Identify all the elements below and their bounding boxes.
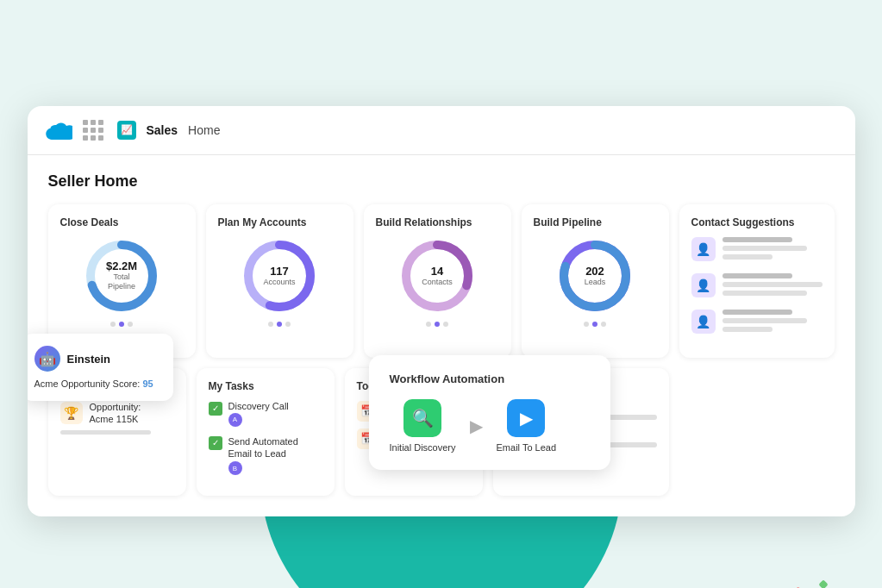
page-title: Seller Home <box>48 172 835 191</box>
dot-2 <box>119 322 124 327</box>
suggestion-line-extra <box>722 291 808 296</box>
close-deals-title: Close Deals <box>60 216 184 228</box>
suggestion-lines <box>722 273 823 299</box>
close-deals-donut: $2.2M TotalPipeline <box>60 237 184 315</box>
initial-discovery-label: Initial Discovery <box>390 442 456 453</box>
workflow-popup: Workflow Automation 🔍 Initial Discovery … <box>369 355 610 470</box>
einstein-score-value: 95 <box>142 378 153 389</box>
plan-accounts-donut: 117 Accounts <box>218 237 341 315</box>
build-pipeline-title: Build Pipeline <box>534 216 657 228</box>
app-launcher-dots[interactable] <box>83 120 103 141</box>
my-tasks-title: My Tasks <box>209 380 322 392</box>
my-tasks-card: My Tasks ✓ Discovery Call A ✓ Send Autom… <box>197 368 335 497</box>
bottom-card-row: Recent Records 🏆 Opportunity:Acme 115K M… <box>48 368 835 497</box>
einstein-header: 🤖 Einstein <box>34 346 161 372</box>
bottom-right-spacer <box>679 368 835 497</box>
dot-2 <box>277 322 282 327</box>
dot-1 <box>584 322 589 327</box>
plan-accounts-label: Accounts <box>263 278 295 287</box>
close-deals-value: $2.2M <box>106 260 137 273</box>
suggestion-line-name <box>722 237 792 242</box>
task-label: Send AutomatedEmail to Lead <box>228 435 298 460</box>
build-relationships-card: Build Relationships 14 Contacts <box>364 204 511 358</box>
workflow-step-email: ▶ Email To Lead <box>497 399 557 453</box>
build-pipeline-value: 202 <box>585 265 606 278</box>
build-relationships-label: Contacts <box>422 278 453 287</box>
task-label: Discovery Call <box>228 401 289 411</box>
einstein-score-prefix: Acme Opportunity Score: <box>34 378 143 389</box>
einstein-score: Acme Opportunity Score: 95 <box>34 378 161 389</box>
dot-1 <box>110 322 116 327</box>
dot-2 <box>435 322 440 327</box>
contact-icon: 👤 <box>691 273 716 297</box>
workflow-title: Workflow Automation <box>390 372 590 385</box>
build-pipeline-label: Leads <box>585 278 606 287</box>
contact-icon: 👤 <box>691 310 716 334</box>
build-pipeline-dots <box>534 322 657 327</box>
build-relationships-dots <box>376 322 499 327</box>
einstein-name: Einstein <box>67 353 111 366</box>
close-deals-label: TotalPipeline <box>106 273 137 292</box>
build-pipeline-donut: 202 Leads <box>534 237 657 315</box>
suggestion-line-detail <box>722 282 823 287</box>
main-content: Seller Home Close Deals $2.2M <box>28 155 855 517</box>
plan-accounts-card: Plan My Accounts 117 Accounts <box>206 204 353 358</box>
task-avatar: B <box>228 461 242 475</box>
plan-accounts-title: Plan My Accounts <box>218 216 341 228</box>
suggestion-line-name <box>722 273 792 278</box>
einstein-avatar: 🤖 <box>34 346 60 372</box>
suggestion-line-detail <box>722 318 808 323</box>
dot-2 <box>592 322 597 327</box>
nav-home[interactable]: Home <box>188 123 220 137</box>
email-to-lead-label: Email To Lead <box>497 442 557 453</box>
page-wrapper: 📈 Sales Home Seller Home Close Deals <box>17 17 865 588</box>
record-line <box>60 430 152 435</box>
build-relationships-title: Build Relationships <box>376 216 499 228</box>
build-relationships-value: 14 <box>422 265 453 278</box>
build-relationships-donut: 14 Contacts <box>376 237 499 315</box>
dot-3 <box>285 322 291 327</box>
email-to-lead-icon[interactable]: ▶ <box>507 399 545 437</box>
initial-discovery-icon[interactable]: 🔍 <box>403 399 441 437</box>
dot-1 <box>426 322 431 327</box>
suggestion-item: 👤 <box>691 237 823 263</box>
dot-1 <box>268 322 273 327</box>
workflow-arrow: ▶ <box>470 416 483 436</box>
dot-3 <box>128 322 133 327</box>
nav-bar: 📈 Sales Home <box>28 106 855 155</box>
task-avatar: A <box>228 413 242 427</box>
suggestion-item: 👤 <box>691 310 823 335</box>
salesforce-logo <box>45 116 72 144</box>
task-check-icon: ✓ <box>209 436 222 450</box>
close-deals-dots <box>60 322 184 327</box>
einstein-popup: 🤖 Einstein Acme Opportunity Score: 95 <box>28 334 173 401</box>
suggestion-item: 👤 <box>691 273 823 299</box>
suggestion-lines <box>722 237 823 263</box>
record-label: Opportunity:Acme 115K <box>90 401 141 426</box>
record-item: 🏆 Opportunity:Acme 115K <box>60 401 174 426</box>
dot-3 <box>601 322 606 327</box>
suggestion-line-extra <box>722 254 773 260</box>
task-check-icon: ✓ <box>209 402 222 416</box>
browser-window: 📈 Sales Home Seller Home Close Deals <box>28 106 855 517</box>
app-name: Sales <box>147 123 178 137</box>
contact-suggestions-title: Contact Suggestions <box>691 216 823 228</box>
build-pipeline-card: Build Pipeline 202 Leads <box>522 204 669 358</box>
workflow-items: 🔍 Initial Discovery ▶ ▶ Email To Lead <box>390 399 590 453</box>
task-item: ✓ Send AutomatedEmail to Lead B <box>209 435 322 476</box>
suggestion-line-name <box>722 310 792 315</box>
workflow-step-initial: 🔍 Initial Discovery <box>390 399 456 453</box>
plan-accounts-value: 117 <box>263 265 295 278</box>
plan-accounts-dots <box>218 322 341 327</box>
contact-icon: 👤 <box>691 237 716 261</box>
suggestion-lines <box>722 310 823 335</box>
task-item: ✓ Discovery Call A <box>209 401 322 427</box>
app-icon: 📈 <box>117 121 136 140</box>
suggestion-line-detail <box>722 246 808 251</box>
contact-suggestions-card: Contact Suggestions 👤 👤 <box>679 204 835 358</box>
record-icon: 🏆 <box>60 402 83 424</box>
suggestion-line-extra <box>722 327 773 332</box>
dot-3 <box>443 322 448 327</box>
